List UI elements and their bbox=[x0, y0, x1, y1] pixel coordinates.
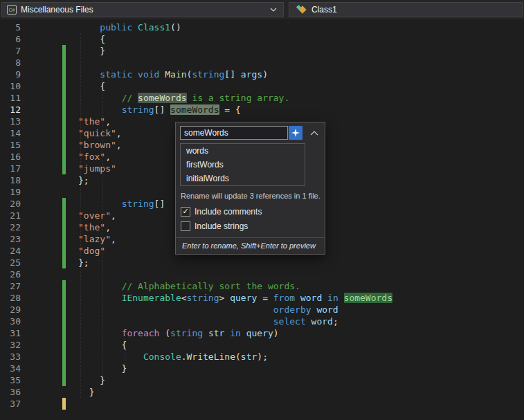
code-token: query bbox=[246, 328, 273, 338]
code-token: str bbox=[241, 351, 257, 362]
code-token: [] bbox=[224, 69, 240, 80]
line-number: 25 bbox=[0, 257, 21, 268]
code-token: = bbox=[257, 293, 273, 303]
code-token: IEnumerable bbox=[122, 293, 181, 303]
navigation-bar: C# Miscellaneous Files Class1 bbox=[0, 0, 524, 19]
code-token: someWords bbox=[344, 293, 392, 303]
code-line: 31 foreach (string str in query) bbox=[0, 327, 392, 339]
code-text: select word; bbox=[78, 316, 338, 327]
line-number: 33 bbox=[0, 351, 21, 363]
code-token: static bbox=[100, 69, 132, 80]
code-token: word bbox=[300, 293, 322, 303]
code-token: "quick" bbox=[78, 128, 116, 138]
code-token: }; bbox=[78, 257, 89, 268]
change-bar bbox=[62, 139, 66, 151]
code-line: 8 bbox=[0, 57, 392, 69]
rename-suggestions-button[interactable] bbox=[289, 126, 302, 140]
suggestion-item[interactable]: initialWords bbox=[181, 172, 305, 185]
change-bar bbox=[62, 80, 66, 92]
code-token: , bbox=[116, 128, 122, 138]
collapse-suggestions-button[interactable] bbox=[308, 127, 320, 139]
change-bar bbox=[62, 69, 66, 80]
code-text: // Alphabetically sort the words. bbox=[78, 280, 300, 292]
code-text: string[] someWords = { bbox=[78, 104, 241, 116]
line-number: 11 bbox=[0, 92, 21, 104]
code-token bbox=[203, 328, 208, 338]
code-text: } bbox=[78, 45, 105, 57]
line-number: 10 bbox=[0, 80, 21, 92]
code-line: 35 } bbox=[0, 374, 392, 386]
code-line: 5 public Class1() bbox=[0, 21, 392, 33]
code-line: 36 } bbox=[0, 386, 392, 398]
change-bar-empty bbox=[62, 268, 66, 280]
code-token: Class1 bbox=[138, 22, 170, 33]
code-token bbox=[322, 293, 327, 303]
code-token: () bbox=[170, 22, 181, 33]
code-token: ( bbox=[235, 351, 241, 362]
code-token: ) bbox=[262, 69, 268, 80]
code-text: static void Main(string[] args) bbox=[78, 69, 268, 80]
code-line: 25}; bbox=[0, 257, 392, 268]
change-bar bbox=[62, 327, 66, 339]
code-token: < bbox=[181, 293, 187, 303]
change-bar bbox=[62, 151, 66, 163]
code-line: 26 bbox=[0, 268, 392, 280]
code-line: 10 { bbox=[0, 80, 392, 92]
rename-input[interactable] bbox=[180, 126, 288, 140]
change-bar bbox=[62, 339, 66, 351]
code-token: = { bbox=[219, 104, 241, 115]
code-text: public Class1() bbox=[78, 21, 181, 33]
change-bar bbox=[62, 198, 66, 210]
code-token bbox=[338, 293, 344, 303]
code-text: // someWords is a string array. bbox=[78, 92, 289, 104]
csharp-file-icon: C# bbox=[7, 5, 17, 15]
code-token: { bbox=[78, 340, 127, 350]
checkbox-row: Include strings bbox=[180, 219, 320, 233]
change-bar-empty bbox=[62, 386, 66, 398]
code-token: } bbox=[78, 46, 105, 56]
code-text: }; bbox=[78, 257, 89, 268]
code-token bbox=[132, 22, 138, 33]
code-token bbox=[78, 281, 122, 291]
code-text: IEnumerable<string> query = from word in… bbox=[78, 292, 392, 304]
type-dropdown[interactable]: Class1 bbox=[289, 2, 523, 17]
code-token: . bbox=[181, 351, 187, 362]
suggestion-item[interactable]: firstWords bbox=[181, 158, 305, 172]
checkbox-unchecked[interactable] bbox=[181, 221, 190, 231]
code-token: string bbox=[192, 69, 224, 80]
suggestion-item[interactable]: words bbox=[181, 144, 305, 158]
code-token: someWords bbox=[138, 93, 186, 103]
rename-input-row bbox=[180, 126, 320, 140]
code-text: "fox", bbox=[78, 151, 111, 163]
code-token: { bbox=[78, 81, 105, 91]
chevron-down-icon bbox=[270, 8, 277, 12]
line-number: 16 bbox=[0, 151, 21, 163]
code-text: foreach (string str in query) bbox=[78, 327, 279, 339]
code-text: } bbox=[78, 386, 94, 398]
type-dropdown-label: Class1 bbox=[311, 5, 337, 15]
change-bar bbox=[62, 116, 66, 127]
change-bar bbox=[62, 104, 66, 116]
line-number: 35 bbox=[0, 374, 21, 386]
code-line: 11 // someWords is a string array. bbox=[0, 92, 392, 104]
code-token: word bbox=[316, 304, 338, 315]
code-token: [] bbox=[154, 104, 170, 115]
code-line: 9 static void Main(string[] args) bbox=[0, 69, 392, 80]
class-icon bbox=[296, 4, 307, 15]
line-number: 36 bbox=[0, 386, 21, 398]
line-number: 22 bbox=[0, 221, 21, 233]
project-dropdown[interactable]: C# Miscellaneous Files bbox=[1, 2, 284, 17]
code-token bbox=[78, 199, 122, 209]
code-token: string bbox=[122, 104, 154, 115]
code-line: 34 } bbox=[0, 363, 392, 374]
code-token: "the" bbox=[78, 222, 105, 232]
change-bar bbox=[62, 45, 66, 57]
line-number: 12 bbox=[0, 104, 21, 116]
code-token: } bbox=[78, 387, 94, 397]
code-token: , bbox=[111, 234, 116, 244]
change-bar bbox=[62, 245, 66, 257]
checkbox-checked[interactable]: ✓ bbox=[181, 207, 190, 217]
code-token: "jumps" bbox=[78, 163, 116, 174]
line-number: 24 bbox=[0, 245, 21, 257]
rename-info-text: Rename will update 3 references in 1 fil… bbox=[181, 192, 320, 200]
